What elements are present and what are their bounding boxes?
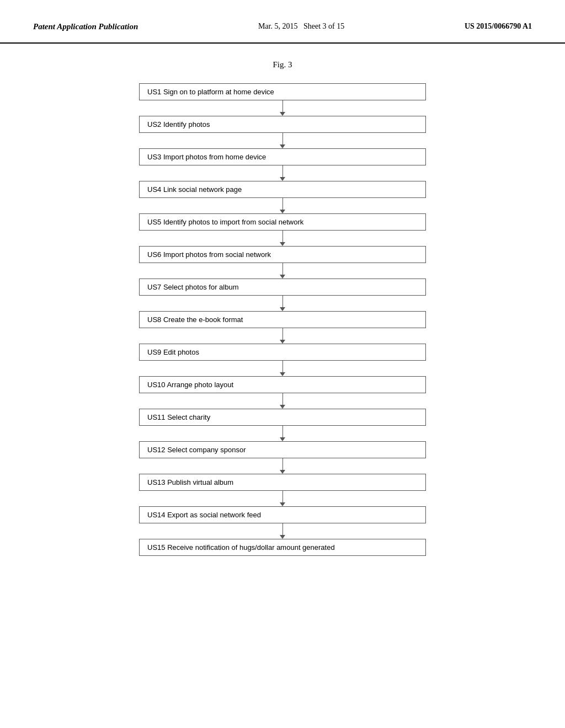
arrow-head (280, 177, 285, 181)
arrow-line (282, 198, 283, 210)
page: Patent Application Publication Mar. 5, 2… (0, 0, 565, 728)
arrow-line (282, 523, 283, 535)
arrow-line (282, 491, 283, 502)
flow-arrow-0 (280, 100, 285, 116)
arrow-line (282, 296, 283, 307)
flow-step-us10: US10 Arrange photo layout (139, 376, 426, 393)
patent-number: US 2015/0066790 A1 (465, 22, 532, 31)
flow-step-us15: US15 Receive notification of hugs/dollar… (139, 539, 426, 556)
arrow-head (280, 144, 285, 148)
arrow-line (282, 133, 283, 144)
arrow-head (280, 307, 285, 311)
flow-arrow-12 (280, 491, 285, 506)
flow-arrow-13 (280, 523, 285, 539)
flow-arrow-1 (280, 133, 285, 148)
flow-step-us11: US11 Select charity (139, 409, 426, 426)
arrow-head (280, 275, 285, 279)
flowchart: US1 Sign on to platform at home deviceUS… (55, 83, 510, 556)
arrow-head (280, 405, 285, 409)
flow-arrow-6 (280, 296, 285, 311)
flow-step-us9: US9 Edit photos (139, 344, 426, 361)
arrow-line (282, 263, 283, 275)
arrow-head (280, 372, 285, 376)
arrow-head (280, 535, 285, 539)
figure-title: Fig. 3 (273, 60, 292, 69)
arrow-line (282, 393, 283, 405)
flow-step-us1: US1 Sign on to platform at home device (139, 83, 426, 100)
arrow-head (280, 210, 285, 213)
page-content: Fig. 3 US1 Sign on to platform at home d… (0, 44, 565, 578)
flow-step-us4: US4 Link social network page (139, 181, 426, 198)
arrow-head (280, 437, 285, 441)
arrow-head (280, 502, 285, 506)
flow-arrow-9 (280, 393, 285, 409)
arrow-head (280, 242, 285, 246)
flow-arrow-5 (280, 263, 285, 279)
flow-arrow-3 (280, 198, 285, 213)
publication-title: Patent Application Publication (33, 22, 138, 31)
arrow-line (282, 426, 283, 437)
flow-arrow-7 (280, 328, 285, 344)
flow-step-us14: US14 Export as social network feed (139, 506, 426, 523)
flow-step-us5: US5 Identify photos to import from socia… (139, 213, 426, 231)
flow-step-us8: US8 Create the e-book format (139, 311, 426, 328)
arrow-head (280, 470, 285, 474)
arrow-line (282, 361, 283, 372)
flow-step-us12: US12 Select company sponsor (139, 441, 426, 458)
flow-step-us13: US13 Publish virtual album (139, 474, 426, 491)
arrow-line (282, 165, 283, 177)
header-center: Mar. 5, 2015 Sheet 3 of 15 (258, 22, 344, 31)
arrow-line (282, 328, 283, 340)
arrow-line (282, 100, 283, 112)
arrow-head (280, 112, 285, 116)
page-header: Patent Application Publication Mar. 5, 2… (0, 0, 565, 44)
sheet-info: Sheet 3 of 15 (303, 22, 344, 30)
flow-arrow-2 (280, 165, 285, 181)
arrow-line (282, 231, 283, 242)
flow-arrow-4 (280, 231, 285, 246)
arrow-head (280, 340, 285, 344)
flow-step-us6: US6 Import photos from social network (139, 246, 426, 263)
flow-arrow-8 (280, 361, 285, 376)
flow-step-us7: US7 Select photos for album (139, 279, 426, 296)
arrow-line (282, 458, 283, 470)
publication-date: Mar. 5, 2015 (258, 22, 298, 30)
flow-step-us3: US3 Import photos from home device (139, 148, 426, 165)
flow-arrow-11 (280, 458, 285, 474)
flow-step-us2: US2 Identify photos (139, 116, 426, 133)
flow-arrow-10 (280, 426, 285, 441)
